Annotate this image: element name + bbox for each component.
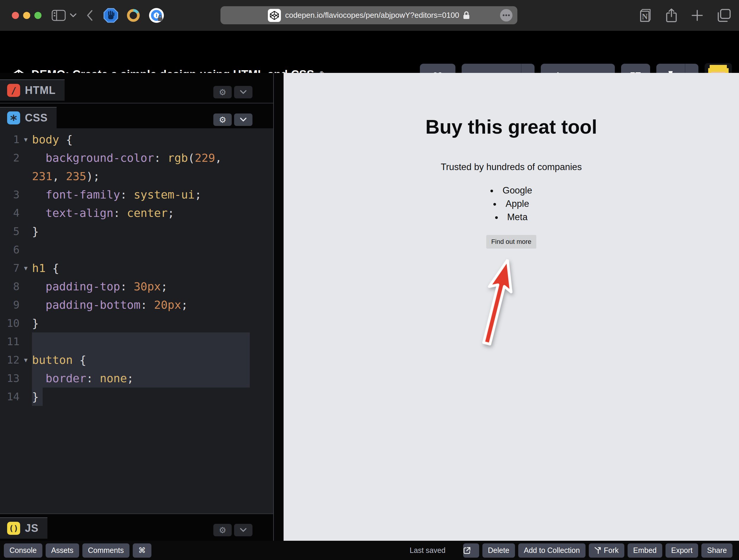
code-token: ; bbox=[127, 372, 134, 385]
chevron-down-icon bbox=[240, 118, 247, 122]
fold-gutter bbox=[20, 332, 32, 351]
fold-gutter bbox=[20, 241, 32, 259]
code-line: h1 { bbox=[32, 259, 273, 277]
html-settings-gear-button[interactable]: ⚙ bbox=[213, 86, 232, 98]
workspace: / HTML ⚙ * CSS ⚙ 1▾body {2 backgrou bbox=[0, 73, 739, 541]
tab-overview-icon[interactable] bbox=[717, 9, 731, 22]
notion-extension-icon[interactable]: N bbox=[638, 8, 652, 22]
code-token: } bbox=[32, 317, 39, 330]
footer-button-delete[interactable]: Delete bbox=[482, 543, 515, 558]
code-line: } bbox=[32, 314, 273, 332]
code-token bbox=[127, 280, 134, 293]
preview-tagline: Trusted by hundreds of companies bbox=[284, 162, 739, 172]
address-bar[interactable]: codepen.io/flaviocopes/pen/abjpowY?edito… bbox=[220, 6, 518, 24]
js-collapse-chevron-button[interactable] bbox=[234, 524, 253, 536]
line-number: 14 bbox=[0, 388, 20, 406]
open-live-view-button[interactable] bbox=[463, 543, 479, 558]
back-button[interactable] bbox=[87, 10, 93, 21]
code-row[interactable]: 3 font-family: system-ui; bbox=[0, 185, 273, 204]
find-out-more-button[interactable]: Find out more bbox=[486, 235, 537, 249]
html-collapse-chevron-button[interactable] bbox=[234, 86, 253, 98]
code-token: : bbox=[154, 151, 161, 164]
fold-arrow-icon[interactable]: ▾ bbox=[20, 130, 32, 149]
share-icon[interactable] bbox=[666, 8, 678, 22]
url-text: codepen.io/flaviocopes/pen/abjpowY?edito… bbox=[285, 11, 459, 20]
company-list-item: Meta bbox=[284, 211, 739, 224]
footer-button-cmd[interactable]: ⌘ bbox=[133, 543, 151, 558]
code-row[interactable]: 9 padding-bottom: 20px; bbox=[0, 296, 273, 314]
close-window-button[interactable] bbox=[12, 12, 19, 19]
line-number: 5 bbox=[0, 222, 20, 241]
code-row[interactable]: 7▾h1 { bbox=[0, 259, 273, 277]
js-icon: () bbox=[7, 522, 20, 535]
footer-button-add-to-collection[interactable]: Add to Collection bbox=[518, 543, 586, 558]
code-token bbox=[59, 170, 66, 183]
fold-gutter bbox=[20, 369, 32, 388]
tab-js-label: JS bbox=[25, 522, 38, 535]
line-number: 8 bbox=[0, 277, 20, 296]
code-token: 229 bbox=[195, 151, 215, 164]
code-row[interactable]: 14} bbox=[0, 388, 273, 406]
code-token: ; bbox=[181, 298, 188, 311]
code-token: ; bbox=[195, 188, 201, 201]
css-collapse-chevron-button[interactable] bbox=[234, 114, 253, 126]
code-row[interactable]: 8 padding-top: 30px; bbox=[0, 277, 273, 296]
line-number: 2 bbox=[0, 149, 20, 167]
css-editor[interactable]: 1▾body {2 background-color: rgb(229,231,… bbox=[0, 128, 273, 514]
tab-js[interactable]: () JS bbox=[0, 517, 47, 539]
line-number: 10 bbox=[0, 314, 20, 332]
sidebar-icon[interactable] bbox=[51, 10, 66, 21]
fold-arrow-icon[interactable]: ▾ bbox=[20, 351, 32, 369]
footer-button-console[interactable]: Console bbox=[4, 543, 42, 558]
footer-button-assets[interactable]: Assets bbox=[46, 543, 79, 558]
footer-button-fork[interactable]: Fork bbox=[589, 543, 624, 558]
code-row[interactable]: 6 bbox=[0, 241, 273, 259]
code-row[interactable]: 4 text-align: center; bbox=[0, 204, 273, 222]
code-token bbox=[32, 280, 46, 293]
page-settings-button[interactable] bbox=[500, 9, 512, 22]
ring-extension-icon[interactable] bbox=[126, 8, 141, 23]
fold-gutter bbox=[20, 296, 32, 314]
code-row[interactable]: 5} bbox=[0, 222, 273, 241]
minimize-window-button[interactable] bbox=[23, 12, 30, 19]
code-row[interactable]: 10} bbox=[0, 314, 273, 332]
code-row[interactable]: 13 border: none; bbox=[0, 369, 273, 388]
line-number: 6 bbox=[0, 241, 20, 259]
new-tab-icon[interactable] bbox=[691, 9, 704, 22]
password-lock-extension-icon[interactable] bbox=[148, 7, 165, 24]
code-row[interactable]: 11 bbox=[0, 332, 273, 351]
footer-button-export[interactable]: Export bbox=[666, 543, 698, 558]
code-token: : bbox=[140, 298, 147, 311]
tab-html[interactable]: / HTML bbox=[0, 80, 64, 101]
code-token bbox=[59, 133, 66, 146]
code-line: body { bbox=[32, 130, 273, 149]
panel-resizer[interactable] bbox=[273, 73, 284, 541]
code-token bbox=[147, 298, 154, 311]
footer-button-share[interactable]: Share bbox=[701, 543, 732, 558]
code-row[interactable]: 12▾button { bbox=[0, 351, 273, 369]
code-row[interactable]: 1▾body { bbox=[0, 130, 273, 149]
css-settings-gear-button[interactable]: ⚙ bbox=[213, 114, 232, 126]
code-row[interactable]: 231, 235); bbox=[0, 167, 273, 185]
code-token: ; bbox=[161, 280, 168, 293]
code-token: } bbox=[32, 225, 39, 238]
js-settings-gear-button[interactable]: ⚙ bbox=[213, 524, 232, 536]
gear-icon: ⚙ bbox=[219, 88, 226, 97]
footer-button-comments[interactable]: Comments bbox=[83, 543, 130, 558]
sidebar-chevron-icon[interactable] bbox=[70, 13, 77, 17]
editor-column: / HTML ⚙ * CSS ⚙ 1▾body {2 backgrou bbox=[0, 73, 273, 541]
footer-button-embed[interactable]: Embed bbox=[628, 543, 662, 558]
code-row[interactable]: 2 background-color: rgb(229, bbox=[0, 149, 273, 167]
code-token: ); bbox=[86, 170, 100, 183]
code-token: , bbox=[52, 170, 59, 183]
line-number: 13 bbox=[0, 369, 20, 388]
code-token: } bbox=[32, 390, 39, 403]
fold-gutter bbox=[20, 149, 32, 167]
content-blocker-extension-icon[interactable] bbox=[103, 8, 119, 23]
browser-chrome: codepen.io/flaviocopes/pen/abjpowY?edito… bbox=[0, 0, 739, 31]
fold-arrow-icon[interactable]: ▾ bbox=[20, 259, 32, 277]
tab-css[interactable]: * CSS bbox=[0, 107, 56, 128]
zoom-window-button[interactable] bbox=[34, 12, 41, 19]
js-panel-header: () JS ⚙ bbox=[0, 514, 273, 539]
codepen-header: DEMO: Create a simple design using HTML … bbox=[0, 31, 739, 73]
